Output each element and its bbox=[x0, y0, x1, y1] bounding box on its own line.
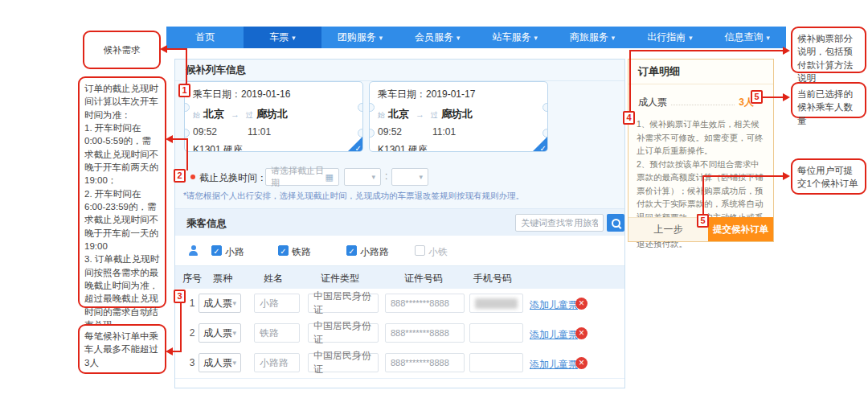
close-icon: × bbox=[579, 357, 584, 368]
delete-passenger-button[interactable]: × bbox=[575, 357, 588, 369]
train-number-seat: K1301 硬座 bbox=[378, 143, 539, 152]
deadline-label: 截止兑换时间： bbox=[199, 171, 267, 185]
train-date: 乘车日期：2019-01-16 bbox=[193, 88, 354, 101]
name-input[interactable]: 小路路 bbox=[254, 353, 300, 372]
quick-select-label-2[interactable]: 铁路 bbox=[292, 245, 311, 259]
depart-time: 09:52 bbox=[378, 126, 402, 138]
train-card-1[interactable]: 乘车日期：2019-01-16 始北京→过廊坊北 09:5211:01 K130… bbox=[184, 81, 363, 152]
col-header-id-no: 证件号码 bbox=[395, 272, 452, 285]
phone-input[interactable] bbox=[469, 323, 523, 343]
id-number-input[interactable]: 888*******8888 bbox=[385, 323, 465, 343]
quick-select-checkbox-4[interactable]: ✓ bbox=[415, 245, 425, 256]
deadline-date-input[interactable]: 请选择截止日期 ▦ bbox=[265, 168, 339, 186]
arrowhead-right-icon bbox=[783, 172, 790, 180]
nav-item-station-service[interactable]: 站车服务▾ bbox=[477, 27, 554, 48]
destination-station: 廊坊北 bbox=[441, 108, 473, 120]
col-header-name: 姓名 bbox=[254, 272, 293, 285]
nav-item-travel-guide[interactable]: 出行指南▾ bbox=[631, 27, 708, 48]
origin-station: 北京 bbox=[388, 108, 409, 120]
calendar-icon: ▦ bbox=[326, 173, 334, 182]
page: 首页 车票▾ 团购服务▾ 会员服务▾ 站车服务▾ 商旅服务▾ 出行指南▾ 信息查… bbox=[0, 0, 868, 419]
chevron-down-icon: ▾ bbox=[292, 34, 296, 42]
ticket-notch bbox=[358, 103, 363, 112]
submit-waitlist-order-button[interactable]: 提交候补订单 bbox=[708, 217, 773, 241]
deadline-hint-note: *请您根据个人出行安排，选择兑现截止时间，兑现成功的车票退改签规则按现有规则办理… bbox=[183, 191, 524, 202]
col-header-no: 序号 bbox=[180, 272, 204, 285]
origin-tag: 始 bbox=[378, 111, 385, 119]
close-icon: × bbox=[579, 327, 584, 339]
id-type-input[interactable]: 中国居民身份证 bbox=[308, 323, 379, 343]
chevron-down-icon: ▾ bbox=[767, 34, 771, 42]
train-card-2[interactable]: 乘车日期：2019-01-17 始北京→过廊坊北 09:5211:01 K130… bbox=[369, 81, 548, 152]
deadline-minute-select[interactable]: ▾ bbox=[391, 168, 428, 186]
name-input[interactable]: 铁路 bbox=[254, 323, 300, 343]
route-arrow-icon: → bbox=[416, 109, 424, 119]
nav-item-member-service[interactable]: 会员服务▾ bbox=[399, 27, 476, 48]
quick-select-checkbox-3[interactable]: ✓ bbox=[346, 245, 357, 256]
quick-select-checkbox-2[interactable]: ✓ bbox=[278, 245, 289, 256]
quick-select-label-1[interactable]: 小路 bbox=[225, 245, 244, 259]
id-number-input[interactable]: 888*******8888 bbox=[385, 294, 465, 313]
order-summary-line: 成人票 3人 bbox=[638, 96, 754, 109]
train-times: 09:5211:01 bbox=[378, 126, 539, 138]
train-date: 乘车日期：2019-01-17 bbox=[378, 88, 539, 101]
ticket-notch bbox=[184, 129, 190, 138]
annotation-line bbox=[629, 50, 631, 111]
close-icon: × bbox=[579, 298, 584, 309]
phone-input[interactable] bbox=[469, 294, 523, 313]
name-input[interactable]: 小路 bbox=[254, 294, 300, 313]
arrive-time: 11:01 bbox=[248, 126, 271, 138]
deadline-hour-select[interactable]: ▾ bbox=[344, 168, 381, 186]
delete-passenger-button[interactable]: × bbox=[575, 327, 588, 339]
id-number-input[interactable]: 888*******8888 bbox=[385, 353, 465, 372]
id-type-input[interactable]: 中国居民身份证 bbox=[308, 294, 379, 313]
add-child-ticket-link[interactable]: 添加儿童票 bbox=[530, 358, 578, 372]
arrowhead-left-icon bbox=[166, 347, 173, 355]
marker-4: 4 bbox=[623, 111, 635, 125]
search-button[interactable] bbox=[607, 214, 624, 232]
ticket-type-select[interactable]: 成人票▾ bbox=[199, 323, 241, 343]
ticket-notch bbox=[369, 129, 375, 138]
nav-item-group-service[interactable]: 团购服务▾ bbox=[321, 27, 399, 48]
ticket-type-select[interactable]: 成人票▾ bbox=[199, 294, 241, 313]
ticket-notch bbox=[542, 103, 548, 112]
passenger-row-2: 2 成人票▾ 铁路 中国居民身份证 888*******8888 添加儿童票 × bbox=[175, 318, 624, 349]
origin-station: 北京 bbox=[203, 108, 224, 120]
nav-item-info-query[interactable]: 信息查询▾ bbox=[709, 27, 786, 48]
blurred-phone-value bbox=[475, 298, 518, 309]
nav-item-tickets[interactable]: 车票▾ bbox=[244, 27, 321, 48]
train-number-seat: K1301 硬座 bbox=[193, 143, 354, 152]
phone-input[interactable] bbox=[469, 353, 523, 372]
pass-tag: 过 bbox=[431, 111, 438, 119]
annotation-line bbox=[702, 175, 704, 214]
marker-3: 3 bbox=[174, 290, 186, 303]
search-icon bbox=[612, 219, 620, 228]
passenger-search-input[interactable] bbox=[515, 214, 604, 232]
arrowhead-right-icon bbox=[783, 93, 790, 101]
chevron-down-icon: ▾ bbox=[457, 34, 461, 42]
id-type-input[interactable]: 中国居民身份证 bbox=[308, 353, 379, 372]
ticket-type-select[interactable]: 成人票▾ bbox=[199, 353, 241, 372]
pass-tag: 过 bbox=[246, 111, 253, 119]
chevron-down-icon: ▾ bbox=[612, 34, 616, 42]
waitlist-panel-title: 候补列车信息 bbox=[175, 60, 624, 81]
arrowhead-right-icon bbox=[783, 47, 790, 55]
add-child-ticket-link[interactable]: 添加儿童票 bbox=[530, 328, 578, 342]
order-note-1: 1、候补购票订单生效后，相关候补需求不可修改。如需变更，可终止订单后重新操作。 bbox=[637, 117, 767, 158]
delete-passenger-button[interactable]: × bbox=[575, 298, 588, 310]
chevron-down-icon: ▾ bbox=[232, 329, 236, 337]
check-icon: ✓ bbox=[540, 144, 547, 152]
nav-item-business-service[interactable]: 商旅服务▾ bbox=[554, 27, 631, 48]
add-child-ticket-link[interactable]: 添加儿童票 bbox=[530, 298, 578, 312]
marker-2: 2 bbox=[174, 169, 186, 183]
quick-select-checkbox-1[interactable]: ✓ bbox=[211, 245, 222, 256]
annotation-max-passengers: 每笔候补订单中乘车人最多不能超过3人 bbox=[78, 324, 166, 374]
quick-select-label-3[interactable]: 小路路 bbox=[360, 245, 389, 259]
chevron-down-icon: ▾ bbox=[232, 299, 236, 307]
chevron-down-icon: ▾ bbox=[689, 34, 693, 42]
annotation-line bbox=[166, 48, 187, 50]
annotation-one-order-limit: 每位用户可提交1个候补订单 bbox=[791, 158, 866, 195]
annotation-line bbox=[186, 138, 188, 170]
passenger-row-1: 1 成人票▾ 小路 中国居民身份证 888*******8888 添加儿童票 × bbox=[175, 289, 624, 319]
nav-item-home[interactable]: 首页 bbox=[166, 27, 244, 48]
